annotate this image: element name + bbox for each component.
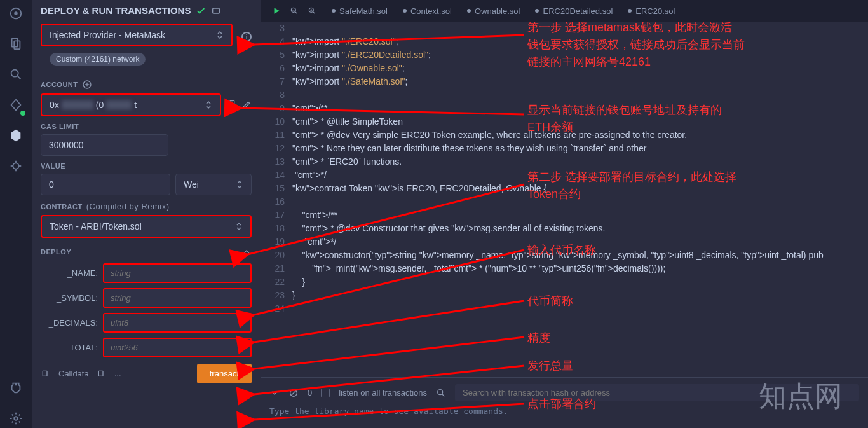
copy-icon[interactable] bbox=[226, 100, 236, 110]
svg-point-29 bbox=[438, 389, 443, 394]
settings-icon[interactable] bbox=[9, 411, 23, 428]
value-label: VALUE bbox=[41, 162, 252, 170]
plugin-icon[interactable] bbox=[9, 381, 23, 397]
deploy-icon[interactable] bbox=[9, 128, 23, 145]
svg-rect-2 bbox=[12, 39, 18, 47]
param-input[interactable] bbox=[103, 263, 252, 283]
param-input[interactable] bbox=[103, 313, 252, 333]
debug-icon[interactable] bbox=[9, 159, 23, 176]
param-label: _SYMBOL: bbox=[41, 293, 98, 303]
file-tab[interactable]: SafeMath.sol bbox=[324, 6, 395, 16]
svg-line-5 bbox=[18, 76, 21, 79]
svg-rect-17 bbox=[230, 100, 234, 106]
files-icon[interactable] bbox=[9, 37, 23, 53]
svg-point-4 bbox=[11, 70, 18, 77]
svg-rect-18 bbox=[43, 371, 47, 376]
tx-icon[interactable] bbox=[211, 6, 221, 16]
file-tab[interactable]: Context.sol bbox=[395, 6, 459, 16]
param-label: _DECIMALS: bbox=[41, 318, 98, 328]
param-label: _NAME: bbox=[41, 268, 98, 278]
svg-rect-19 bbox=[98, 371, 103, 376]
svg-rect-12 bbox=[213, 8, 220, 13]
tab-bar: SafeMath.solContext.solOwnable.solERC20D… bbox=[261, 0, 868, 22]
copy-icon[interactable] bbox=[97, 369, 107, 379]
svg-line-30 bbox=[442, 394, 444, 396]
transact-button[interactable]: transact bbox=[197, 364, 252, 383]
account-select[interactable]: 0x (0 t bbox=[41, 93, 221, 116]
svg-point-6 bbox=[13, 163, 18, 169]
file-tab[interactable]: Ownable.sol bbox=[459, 6, 528, 16]
param-input[interactable] bbox=[103, 338, 252, 357]
svg-line-26 bbox=[313, 12, 315, 14]
panel-title: DEPLOY & RUN TRANSACTIONS bbox=[41, 5, 252, 16]
network-badge: Custom (42161) network bbox=[50, 53, 146, 66]
editor-area: SafeMath.solContext.solOwnable.solERC20D… bbox=[261, 0, 868, 428]
copy-icon[interactable] bbox=[41, 369, 51, 379]
svg-line-22 bbox=[295, 12, 297, 14]
contract-label: CONTRACT (Compiled by Remix) bbox=[41, 202, 252, 211]
svg-line-28 bbox=[291, 390, 296, 396]
param-label: _TOTAL: bbox=[41, 343, 98, 352]
zoom-in-icon[interactable] bbox=[308, 6, 316, 15]
params-label: ... bbox=[114, 369, 121, 378]
zoom-out-icon[interactable] bbox=[290, 6, 299, 15]
account-label: ACCOUNT bbox=[41, 79, 252, 90]
deploy-header: DEPLOY bbox=[41, 248, 71, 256]
listen-checkbox[interactable] bbox=[321, 389, 330, 397]
chevron-updown-icon bbox=[235, 223, 243, 230]
svg-point-1 bbox=[14, 11, 18, 15]
deploy-panel: DEPLOY & RUN TRANSACTIONS Injected Provi… bbox=[32, 0, 261, 428]
file-tab[interactable]: ERC20.sol bbox=[620, 6, 682, 16]
chevron-down-icon[interactable] bbox=[269, 388, 280, 398]
chevron-updown-icon bbox=[205, 101, 212, 109]
line-gutter: 3 4 5 6 7 8 9 10 11 12 13 14 15 16 17 18… bbox=[261, 22, 292, 377]
check-icon bbox=[196, 6, 206, 16]
search-icon[interactable] bbox=[9, 67, 23, 84]
terminal: 0 listen on all transactions Type the li… bbox=[261, 377, 868, 428]
svg-rect-16 bbox=[228, 102, 233, 107]
file-tab[interactable]: ERC20Detailed.sol bbox=[527, 6, 620, 16]
terminal-prompt: Type the library name to see available c… bbox=[269, 406, 859, 416]
environment-select[interactable]: Injected Provider - MetaMask bbox=[41, 24, 233, 46]
search-icon[interactable] bbox=[436, 388, 446, 398]
pending-counter: 0 bbox=[308, 388, 312, 397]
code-content: "kw">import "./ERC20.sol"; "kw">import "… bbox=[292, 22, 868, 377]
listen-label: listen on all transactions bbox=[339, 388, 427, 397]
svg-point-11 bbox=[14, 417, 18, 420]
chevron-updown-icon bbox=[236, 181, 243, 188]
param-input[interactable] bbox=[103, 288, 252, 308]
info-icon[interactable]: i bbox=[241, 32, 252, 42]
play-icon[interactable] bbox=[272, 6, 281, 15]
code-editor[interactable]: 3 4 5 6 7 8 9 10 11 12 13 14 15 16 17 18… bbox=[261, 22, 868, 377]
plus-icon[interactable] bbox=[82, 79, 92, 90]
value-unit-select[interactable]: Wei bbox=[175, 174, 252, 195]
remix-logo-icon[interactable] bbox=[9, 6, 23, 23]
ban-icon[interactable] bbox=[288, 388, 299, 398]
chevron-up-icon[interactable] bbox=[241, 247, 252, 257]
compile-icon[interactable] bbox=[9, 98, 23, 114]
svg-rect-3 bbox=[14, 41, 20, 49]
terminal-search-input[interactable] bbox=[455, 384, 859, 401]
value-input[interactable] bbox=[41, 174, 170, 195]
contract-select[interactable]: Token - ARBI/Token.sol bbox=[41, 215, 252, 238]
gas-label: GAS LIMIT bbox=[41, 123, 252, 130]
gas-input[interactable] bbox=[41, 134, 168, 156]
chevron-updown-icon bbox=[216, 31, 224, 39]
edit-icon[interactable] bbox=[241, 100, 252, 110]
calldata-label: Calldata bbox=[58, 369, 89, 378]
icon-sidebar bbox=[0, 0, 32, 428]
